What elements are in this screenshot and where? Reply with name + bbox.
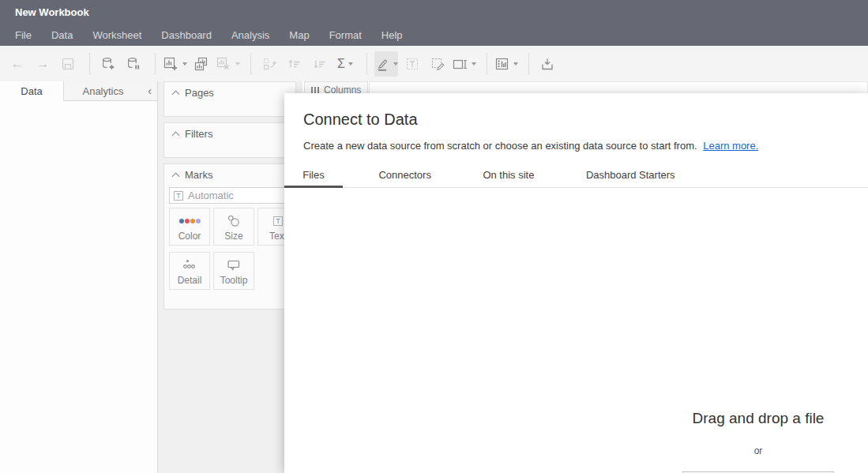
edit-annotation-icon [430,56,445,72]
sort-descending-button[interactable] [309,51,331,77]
size-icon [226,213,242,229]
size-button-label: Size [224,231,242,242]
caret-down-icon [182,62,187,66]
caret-down-icon [348,62,353,66]
chevron-left-icon: ‹ [148,84,152,97]
pause-auto-updates-icon [126,56,141,72]
color-button[interactable]: Color [169,208,210,246]
download-button[interactable] [536,51,558,77]
swap-rows-columns-icon [261,56,277,72]
clear-sheet-icon [216,56,232,72]
connect-to-data-dialog: Connect to Data Create a new data source… [284,93,868,473]
caret-down-icon [235,62,240,66]
menu-format[interactable]: Format [329,29,362,41]
menu-map[interactable]: Map [289,29,309,41]
toolbar-separator [89,53,90,75]
sort-ascending-icon [287,56,302,72]
new-data-source-icon [100,56,116,72]
download-icon [539,56,555,72]
new-worksheet-icon [163,56,179,72]
toolbar-separator [366,53,367,75]
caret-down-icon [513,62,518,66]
chevron-up-icon [172,90,180,98]
text-mark-icon: T [174,191,183,201]
toolbar-separator [155,53,156,75]
duplicate-sheet-button[interactable] [190,51,212,77]
mark-type-value: Automatic [188,190,234,201]
marks-card-title: Marks [185,169,212,181]
dropzone-or-text: or [754,445,763,456]
redo-icon: → [36,57,50,70]
tab-files[interactable]: Files [284,168,343,188]
title-bar: New Workbook [0,0,868,24]
filters-card[interactable]: Filters [163,122,296,158]
sort-descending-icon [312,56,328,72]
size-button[interactable]: Size [213,208,254,246]
totals-button[interactable]: Σ [334,51,356,77]
color-icon [179,213,201,229]
text-icon: T [273,213,283,229]
toolbar: ← → [0,46,868,81]
cell-size-button[interactable] [494,51,518,77]
clear-sheet-button[interactable] [216,51,240,77]
new-worksheet-button[interactable] [163,51,187,77]
highlight-button[interactable] [374,51,398,77]
menu-analysis[interactable]: Analysis [231,29,269,41]
marks-card: Marks T Automatic Color [163,163,296,310]
pages-card-title: Pages [185,87,214,99]
detail-button-label: Detail [178,275,202,286]
dropzone-headline: Drag and drop a file [693,410,825,427]
highlight-pen-icon [374,56,390,72]
duplicate-sheet-icon [194,56,209,72]
chevron-up-icon [172,172,180,180]
detail-icon [182,257,197,273]
sort-ascending-button[interactable] [284,51,306,77]
save-icon [60,56,76,72]
show-mark-labels-button[interactable] [401,51,423,77]
chevron-up-icon [172,131,180,139]
edit-annotation-button[interactable] [426,51,449,77]
tableau-workbook-window: New Workbook File Data Worksheet Dashboa… [0,0,868,473]
file-dropzone[interactable]: Drag and drop a file or Upload from comp… [284,132,868,473]
detail-button[interactable]: Detail [169,252,210,290]
toolbar-separator [528,53,529,75]
pause-auto-updates-button[interactable] [122,51,145,77]
filters-card-title: Filters [185,128,212,140]
shelves-column: Pages Filters Marks T Automatic [158,81,302,473]
data-pane-tabs: Data Analytics ‹ [0,81,157,101]
save-button[interactable] [57,51,79,77]
totals-sigma-icon: Σ [337,58,345,70]
swap-rows-columns-button[interactable] [258,51,280,77]
fit-selector-button[interactable] [452,51,476,77]
tab-analytics-label: Analytics [82,85,123,97]
tab-data-label: Data [21,85,42,97]
fit-icon [452,56,468,72]
redo-button[interactable]: → [32,51,54,77]
mark-type-dropdown[interactable]: T Automatic [169,187,291,204]
undo-button[interactable]: ← [6,51,28,77]
new-data-source-button[interactable] [97,51,119,77]
menu-file[interactable]: File [15,29,32,41]
cell-size-icon [494,56,510,72]
menu-data[interactable]: Data [51,29,73,41]
tab-analytics[interactable]: Analytics [63,81,142,101]
toolbar-separator [250,53,251,75]
tooltip-button-label: Tooltip [220,275,248,286]
toolbar-separator [487,53,487,75]
caret-down-icon [472,62,476,66]
data-pane: Data Analytics ‹ [0,81,158,473]
menu-bar: File Data Worksheet Dashboard Analysis M… [0,24,868,46]
pages-card[interactable]: Pages [163,81,296,117]
menu-dashboard[interactable]: Dashboard [161,29,212,41]
tooltip-icon [226,257,242,273]
color-button-label: Color [178,231,201,242]
dialog-title: Connect to Data [303,111,868,129]
tab-data[interactable]: Data [0,81,63,101]
caret-down-icon [393,62,398,66]
menu-worksheet[interactable]: Worksheet [92,29,141,41]
collapse-pane-button[interactable]: ‹ [142,81,157,101]
menu-help[interactable]: Help [381,29,403,41]
workbook-title: New Workbook [15,6,89,18]
tooltip-button[interactable]: Tooltip [213,252,254,290]
show-mark-labels-icon [404,56,420,72]
